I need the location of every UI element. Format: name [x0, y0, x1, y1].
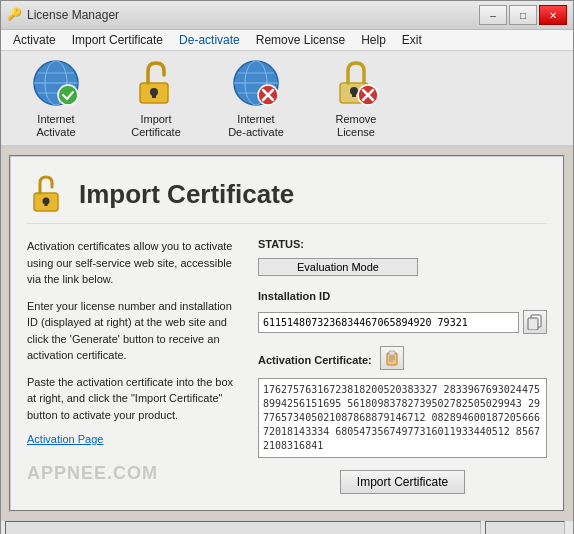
remove-license-icon — [330, 57, 382, 109]
panel-inner: Import Certificate Activation certificat… — [27, 173, 547, 494]
toolbar-remove-license[interactable]: RemoveLicense — [321, 57, 391, 139]
toolbar: InternetActivate ImportCertificate — [1, 51, 573, 147]
toolbar-internet-activate-label: InternetActivate — [36, 113, 75, 139]
menu-remove-license[interactable]: Remove License — [248, 30, 353, 50]
toolbar-import-cert-label: ImportCertificate — [131, 113, 181, 139]
svg-rect-29 — [389, 351, 395, 355]
menu-deactivate[interactable]: De-activate — [171, 30, 248, 50]
installation-id-label: Installation ID — [258, 290, 547, 302]
title-bar: 🔑 License Manager – □ ✕ — [1, 1, 573, 30]
menu-help[interactable]: Help — [353, 30, 394, 50]
svg-rect-8 — [152, 92, 156, 98]
installation-id-field: 6115148073236834467065894920 79321 — [258, 312, 519, 333]
svg-rect-19 — [352, 91, 356, 97]
minimize-button[interactable]: – — [479, 5, 507, 25]
app-icon: 🔑 — [7, 7, 23, 23]
menu-import-certificate[interactable]: Import Certificate — [64, 30, 171, 50]
toolbar-remove-license-label: RemoveLicense — [336, 113, 377, 139]
import-certificate-button[interactable]: Import Certificate — [340, 470, 465, 494]
toolbar-internet-activate[interactable]: InternetActivate — [21, 57, 91, 139]
toolbar-import-certificate[interactable]: ImportCertificate — [121, 57, 191, 139]
activation-page-link[interactable]: Activation Page — [27, 433, 242, 445]
paste-cert-button[interactable] — [380, 346, 404, 370]
content-area: Import Certificate Activation certificat… — [1, 147, 573, 520]
left-para-3: Paste the activation certificate into th… — [27, 374, 242, 424]
status-label: STATUS: — [258, 238, 547, 250]
main-panel: Import Certificate Activation certificat… — [9, 155, 565, 512]
toolbar-internet-deactivate-label: InternetDe-activate — [228, 113, 284, 139]
toolbar-internet-deactivate[interactable]: InternetDe-activate — [221, 57, 291, 139]
paste-icon — [384, 350, 400, 366]
status-pane-1 — [5, 521, 481, 534]
panel-title: Import Certificate — [79, 179, 294, 210]
left-para-1: Activation certificates allow you to act… — [27, 238, 242, 288]
menu-exit[interactable]: Exit — [394, 30, 430, 50]
internet-deactivate-icon — [230, 57, 282, 109]
window-controls: – □ ✕ — [479, 5, 567, 25]
panel-body: Activation certificates allow you to act… — [27, 238, 547, 494]
menu-activate[interactable]: Activate — [5, 30, 64, 50]
svg-rect-25 — [45, 201, 48, 206]
import-certificate-icon — [130, 57, 182, 109]
status-pane-2 — [485, 521, 565, 534]
left-column: Activation certificates allow you to act… — [27, 238, 242, 494]
activation-cert-label: Activation Certificate: — [258, 354, 372, 366]
internet-activate-icon — [30, 57, 82, 109]
close-button[interactable]: ✕ — [539, 5, 567, 25]
maximize-button[interactable]: □ — [509, 5, 537, 25]
svg-point-5 — [58, 85, 78, 105]
menu-bar: Activate Import Certificate De-activate … — [1, 30, 573, 51]
activation-cert-label-row: Activation Certificate: — [258, 346, 547, 370]
app-window: 🔑 License Manager – □ ✕ Activate Import … — [0, 0, 574, 534]
status-bar — [1, 520, 573, 534]
activation-certificate-field[interactable]: 17627576316723818200520383327 2833967693… — [258, 378, 547, 458]
title-bar-left: 🔑 License Manager — [7, 7, 119, 23]
copy-icon — [527, 314, 543, 330]
right-column: STATUS: Evaluation Mode Installation ID … — [258, 238, 547, 494]
watermark: APPNEE.COM — [27, 463, 242, 484]
panel-header: Import Certificate — [27, 173, 547, 224]
installation-id-row: 6115148073236834467065894920 79321 — [258, 310, 547, 334]
status-value: Evaluation Mode — [258, 258, 418, 276]
svg-rect-27 — [528, 318, 538, 330]
window-title: License Manager — [27, 8, 119, 22]
left-para-2: Enter your license number and installati… — [27, 298, 242, 364]
copy-installation-id-button[interactable] — [523, 310, 547, 334]
